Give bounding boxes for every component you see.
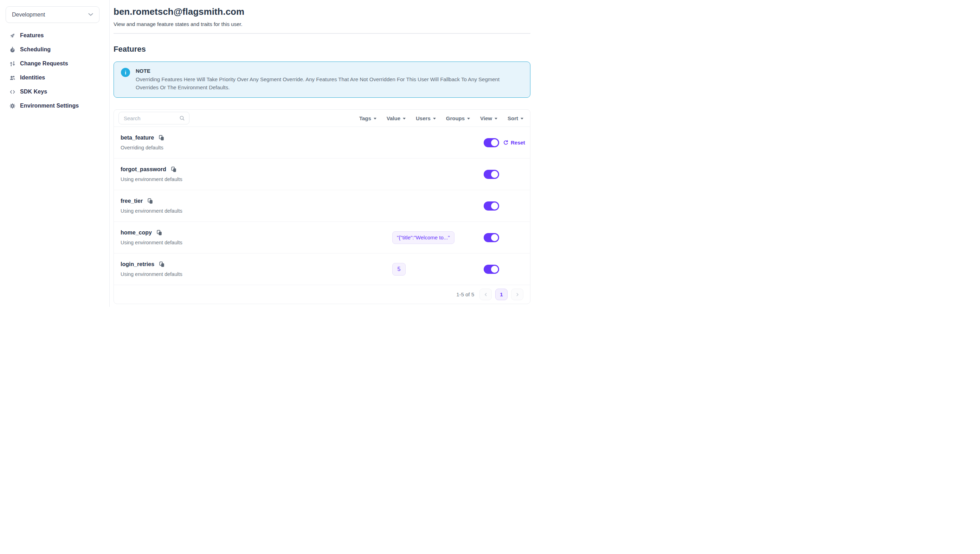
filter-value[interactable]: Value <box>387 115 406 121</box>
change-requests-icon <box>10 61 16 67</box>
code-icon <box>10 89 16 95</box>
user-detail-page: Development Features Scheduling Change R… <box>0 0 543 307</box>
sidebar-item-label: Scheduling <box>20 46 51 53</box>
chevron-left-icon <box>483 292 488 297</box>
note-content: NOTE Overriding Features Here Will Take … <box>136 67 517 91</box>
sidebar-item-label: Environment Settings <box>20 103 79 109</box>
copy-icon[interactable] <box>148 198 153 204</box>
caret-down-icon <box>467 118 470 119</box>
caret-down-icon <box>520 118 523 119</box>
feature-name: home_copy <box>121 229 152 236</box>
page-subtitle: View and manage feature states and trait… <box>113 21 530 28</box>
feature-status: Using environment defaults <box>121 271 183 277</box>
filter-users[interactable]: Users <box>416 115 436 121</box>
filter-tags[interactable]: Tags <box>359 115 377 121</box>
caret-down-icon <box>374 118 377 119</box>
panel-header: Tags Value Users Groups View Sort <box>114 110 530 127</box>
sidebar-item-change-requests[interactable]: Change Requests <box>0 57 109 71</box>
filter-sort[interactable]: Sort <box>508 115 523 121</box>
sidebar-item-scheduling[interactable]: Scheduling <box>0 43 109 57</box>
caret-down-icon <box>495 118 497 119</box>
feature-name: forgot_password <box>121 166 166 173</box>
features-heading: Features <box>113 44 530 54</box>
sidebar-item-label: Identities <box>20 75 45 81</box>
main-content: ben.rometsch@flagsmith.com View and mana… <box>113 0 530 304</box>
search-box[interactable] <box>118 112 189 124</box>
feature-row: home_copy Using environment defaults "{"… <box>114 222 530 253</box>
sidebar-item-features[interactable]: Features <box>0 29 109 43</box>
search-input[interactable] <box>124 115 179 121</box>
note-label: NOTE <box>136 68 517 74</box>
feature-value-chip[interactable]: "{"title":"Welcome to..." <box>392 231 455 244</box>
sidebar: Development Features Scheduling Change R… <box>0 0 110 307</box>
copy-icon[interactable] <box>171 167 177 172</box>
feature-status: Using environment defaults <box>121 240 183 245</box>
filter-view[interactable]: View <box>480 115 497 121</box>
note-body: Overriding Features Here Will Take Prior… <box>136 76 517 91</box>
pagination: 1-5 of 5 1 <box>114 285 530 304</box>
copy-icon[interactable] <box>159 135 164 141</box>
feature-rows: beta_feature Overriding defaults Reset <box>114 127 530 285</box>
feature-toggle[interactable] <box>484 233 499 242</box>
feature-toggle[interactable] <box>484 138 499 147</box>
identities-icon <box>10 75 16 81</box>
chevron-right-icon <box>515 292 520 297</box>
prev-page-button[interactable] <box>479 288 492 300</box>
feature-name: free_tier <box>121 198 143 204</box>
gear-icon <box>10 103 16 109</box>
environment-selector[interactable]: Development <box>6 6 99 23</box>
copy-icon[interactable] <box>157 230 162 236</box>
features-panel: Tags Value Users Groups View Sort beta_f… <box>113 109 530 304</box>
sidebar-nav: Features Scheduling Change Requests Iden… <box>0 29 109 113</box>
feature-row: free_tier Using environment defaults <box>114 190 530 222</box>
sidebar-item-identities[interactable]: Identities <box>0 71 109 85</box>
feature-toggle[interactable] <box>484 201 499 210</box>
chevron-down-icon <box>88 13 93 16</box>
rocket-icon <box>10 33 16 39</box>
pagination-summary: 1-5 of 5 <box>456 291 474 298</box>
reset-button[interactable]: Reset <box>503 140 525 145</box>
feature-status: Using environment defaults <box>121 177 183 182</box>
next-page-button[interactable] <box>511 288 523 300</box>
feature-status: Using environment defaults <box>121 208 183 214</box>
copy-icon[interactable] <box>159 261 164 267</box>
filter-groups[interactable]: Groups <box>446 115 470 121</box>
feature-name: login_retries <box>121 261 154 267</box>
sidebar-item-sdk-keys[interactable]: SDK Keys <box>0 85 109 99</box>
feature-value-chip[interactable]: 5 <box>392 263 406 275</box>
stopwatch-icon <box>10 47 16 53</box>
feature-row: beta_feature Overriding defaults Reset <box>114 127 530 159</box>
sidebar-item-label: SDK Keys <box>20 89 47 95</box>
reset-icon <box>503 140 509 145</box>
sidebar-item-label: Features <box>20 32 44 39</box>
feature-toggle[interactable] <box>484 265 499 274</box>
feature-status: Overriding defaults <box>121 145 164 150</box>
search-icon <box>179 115 185 121</box>
caret-down-icon <box>403 118 406 119</box>
sidebar-item-environment-settings[interactable]: Environment Settings <box>0 99 109 113</box>
info-icon: i <box>121 68 130 77</box>
feature-name: beta_feature <box>121 135 154 141</box>
sidebar-item-label: Change Requests <box>20 60 68 67</box>
filter-bar: Tags Value Users Groups View Sort <box>359 115 523 121</box>
feature-toggle[interactable] <box>484 170 499 179</box>
header-divider <box>113 33 530 34</box>
feature-row: forgot_password Using environment defaul… <box>114 159 530 190</box>
note-banner: i NOTE Overriding Features Here Will Tak… <box>113 62 530 98</box>
caret-down-icon <box>433 118 436 119</box>
current-page-button[interactable]: 1 <box>495 288 508 300</box>
page-title: ben.rometsch@flagsmith.com <box>113 6 530 18</box>
environment-selector-value: Development <box>12 11 45 18</box>
feature-row: login_retries Using environment defaults… <box>114 253 530 285</box>
